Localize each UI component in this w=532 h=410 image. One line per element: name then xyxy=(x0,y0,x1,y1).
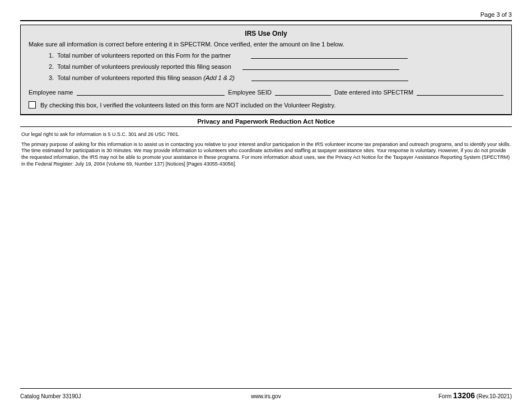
line-3-num: 3. xyxy=(49,74,54,81)
legal-text-authority: Our legal right to ask for information i… xyxy=(20,131,512,142)
line-2-num: 2. xyxy=(49,63,54,70)
line-1-input[interactable] xyxy=(251,52,408,59)
employee-seid-input[interactable] xyxy=(275,89,331,96)
form-identifier: Form 13206 (Rev.10-2021) xyxy=(348,391,512,400)
employee-name-input[interactable] xyxy=(77,89,225,96)
legal-text-body: The primary purpose of asking for this i… xyxy=(20,142,512,168)
line-3-label: Total number of volunteers reported this… xyxy=(57,74,235,81)
irs-box-title: IRS Use Only xyxy=(21,25,511,41)
footer-url: www.irs.gov xyxy=(184,393,348,399)
checkbox-label: By checking this box, I verified the vol… xyxy=(40,102,335,109)
top-rule xyxy=(20,20,512,21)
line-2-input[interactable] xyxy=(242,63,399,70)
checkbox-row: By checking this box, I verified the vol… xyxy=(21,101,511,114)
form-number: 13206 xyxy=(453,391,475,400)
privacy-rule xyxy=(20,126,512,127)
privacy-title: Privacy and Paperwork Reduction Act Noti… xyxy=(20,115,512,126)
form-revision: (Rev.10-2021) xyxy=(475,393,512,399)
line-3-label-italic: (Add 1 & 2) xyxy=(203,74,235,81)
irs-lines-block: 1. Total number of volunteers reported o… xyxy=(21,52,511,88)
line-1-row: 1. Total number of volunteers reported o… xyxy=(49,52,503,59)
page-footer: Catalog Number 33190J www.irs.gov Form 1… xyxy=(20,388,512,400)
line-1-label: Total number of volunteers reported on t… xyxy=(57,52,231,59)
employee-name-label: Employee name xyxy=(29,89,73,96)
line-3-label-prefix: Total number of volunteers reported this… xyxy=(57,74,203,81)
employee-seid-label: Employee SEID xyxy=(228,89,272,96)
date-spectrm-label: Date entered into SPECTRM xyxy=(334,89,413,96)
form-prefix: Form xyxy=(438,393,453,399)
line-3-input[interactable] xyxy=(251,74,408,81)
line-2-label: Total number of volunteers previously re… xyxy=(57,63,231,70)
employee-row: Employee name Employee SEID Date entered… xyxy=(21,88,511,101)
line-1-num: 1. xyxy=(49,52,54,59)
page-number: Page 3 of 3 xyxy=(20,0,512,20)
date-spectrm-input[interactable] xyxy=(417,89,503,96)
catalog-number: Catalog Number 33190J xyxy=(20,393,184,399)
irs-instruction: Make sure all information is correct bef… xyxy=(21,41,511,52)
footer-row: Catalog Number 33190J www.irs.gov Form 1… xyxy=(20,391,512,400)
footer-rule xyxy=(20,388,512,389)
irs-use-only-box: IRS Use Only Make sure all information i… xyxy=(20,25,512,115)
line-3-row: 3. Total number of volunteers reported t… xyxy=(49,74,503,81)
registry-checkbox[interactable] xyxy=(29,101,36,109)
line-2-row: 2. Total number of volunteers previously… xyxy=(49,63,503,70)
